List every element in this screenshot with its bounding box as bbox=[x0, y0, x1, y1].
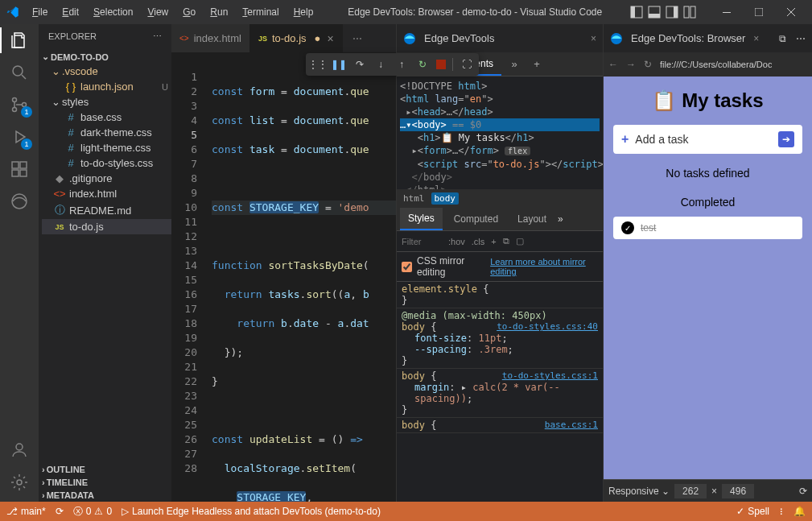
search-icon[interactable] bbox=[10, 63, 29, 82]
completed-task-item[interactable]: ✓ test bbox=[613, 217, 802, 239]
file-index-html[interactable]: <>index.html bbox=[42, 186, 171, 201]
file-todo-js[interactable]: JSto-do.js bbox=[42, 219, 171, 234]
maximize-button[interactable] bbox=[744, 1, 773, 23]
code-editor[interactable]: 1234567891011121314151617181920212223242… bbox=[171, 70, 396, 502]
debug-step-over-button[interactable]: ↷ bbox=[352, 57, 367, 72]
problems-indicator[interactable]: ⓧ 0 ⚠ 0 bbox=[73, 505, 112, 519]
forward-button[interactable]: → bbox=[626, 59, 636, 70]
tab-close-icon[interactable]: × bbox=[327, 32, 333, 45]
css-rules[interactable]: element.style {} @media (max-width: 450p… bbox=[397, 282, 603, 502]
file-launch-json[interactable]: { }launch.jsonU bbox=[42, 79, 171, 94]
submit-task-button[interactable]: ➔ bbox=[778, 131, 794, 147]
notifications-icon[interactable]: 🔔 bbox=[793, 506, 806, 517]
dom-tree[interactable]: <!DOCTYPE html> <html lang="en"> ▸<head>… bbox=[397, 76, 603, 189]
computed-tab[interactable]: Computed bbox=[446, 209, 506, 229]
file-readme[interactable]: ⓘREADME.md bbox=[42, 201, 171, 219]
height-input[interactable]: 496 bbox=[722, 484, 754, 498]
layout-icon-1[interactable] bbox=[630, 6, 643, 19]
debug-screenshot-button[interactable]: ⛶ bbox=[460, 57, 474, 72]
styles-icon-2[interactable]: ▢ bbox=[516, 236, 524, 246]
debug-step-into-button[interactable]: ↓ bbox=[373, 57, 388, 72]
timeline-section[interactable]: ›TIMELINE bbox=[39, 476, 171, 489]
layout-icon-2[interactable] bbox=[648, 6, 661, 19]
launch-config[interactable]: ▷ Launch Edge Headless and attach DevToo… bbox=[122, 506, 381, 517]
tab-todo-js[interactable]: JSto-do.js●× bbox=[250, 24, 343, 52]
outline-section[interactable]: ›OUTLINE bbox=[39, 463, 171, 476]
project-header[interactable]: ⌄DEMO-TO-DO bbox=[39, 50, 171, 64]
browser-more-icon[interactable]: ⋯ bbox=[796, 33, 806, 44]
file-dark-theme-css[interactable]: #dark-theme.css bbox=[42, 125, 171, 140]
rotate-icon[interactable]: ⟳ bbox=[799, 486, 807, 497]
spell-indicator[interactable]: ✓ Spell bbox=[736, 506, 769, 517]
reload-button[interactable]: ↻ bbox=[644, 59, 652, 70]
menu-terminal[interactable]: Terminal bbox=[236, 3, 285, 21]
new-style-button[interactable]: + bbox=[491, 237, 496, 246]
explorer-more-icon[interactable]: ⋯ bbox=[153, 31, 162, 42]
menu-edit[interactable]: Edit bbox=[56, 3, 85, 21]
responsive-dropdown[interactable]: Responsive ⌄ bbox=[608, 486, 670, 497]
menu-view[interactable]: View bbox=[141, 3, 175, 21]
file-gitignore[interactable]: ◆.gitignore bbox=[42, 171, 171, 186]
css-link-1[interactable]: to-do-styles.css:40 bbox=[497, 321, 598, 332]
back-button[interactable]: ← bbox=[608, 59, 618, 70]
settings-icon[interactable] bbox=[10, 473, 29, 492]
styles-tab[interactable]: Styles bbox=[400, 208, 443, 230]
menu-selection[interactable]: Selection bbox=[87, 3, 139, 21]
menu-help[interactable]: Help bbox=[287, 3, 320, 21]
debug-pause-button[interactable]: ❚❚ bbox=[332, 57, 346, 72]
page-preview[interactable]: 📋 My tasks + Add a task ➔ No tasks defin… bbox=[604, 76, 812, 479]
debug-toolbar[interactable]: ⋮⋮ ❚❚ ↷ ↓ ↑ ↻ ⛶ bbox=[306, 53, 479, 76]
devtools-close-icon[interactable]: × bbox=[591, 33, 596, 44]
split-icon[interactable]: ⧉ bbox=[779, 33, 786, 44]
file-light-theme-css[interactable]: #light-theme.css bbox=[42, 140, 171, 155]
devtools-tab-title: Edge DevTools bbox=[424, 32, 494, 44]
styles-more-icon[interactable]: » bbox=[558, 213, 563, 225]
css-link-2[interactable]: to-do-styles.css:1 bbox=[502, 370, 598, 381]
layout-icon-4[interactable] bbox=[683, 6, 696, 19]
file-todo-styles-css[interactable]: #to-do-styles.css bbox=[42, 155, 171, 171]
debug-step-out-button[interactable]: ↑ bbox=[394, 57, 409, 72]
account-icon[interactable] bbox=[10, 440, 29, 460]
branch-indicator[interactable]: ⎇ main* bbox=[6, 506, 46, 517]
tab-index-html[interactable]: <>index.html bbox=[171, 24, 250, 52]
cls-button[interactable]: .cls bbox=[472, 237, 485, 246]
menu-run[interactable]: Run bbox=[204, 3, 234, 21]
debug-grip-icon[interactable]: ⋮⋮ bbox=[311, 57, 325, 72]
css-mirror-checkbox[interactable] bbox=[402, 262, 412, 272]
hov-button[interactable]: :hov bbox=[448, 237, 465, 246]
check-icon[interactable]: ✓ bbox=[621, 221, 634, 234]
debug-icon[interactable]: 1 bbox=[10, 127, 29, 147]
folder-vscode[interactable]: ⌄ .vscode bbox=[42, 64, 171, 79]
sync-button[interactable]: ⟳ bbox=[56, 506, 64, 517]
edge-tools-icon[interactable] bbox=[10, 192, 29, 211]
width-input[interactable]: 262 bbox=[674, 484, 707, 498]
url-bar[interactable]: file:///C:/Users/collabera/Doc bbox=[660, 60, 772, 69]
extensions-icon[interactable] bbox=[10, 159, 29, 179]
layout-tab[interactable]: Layout bbox=[509, 209, 554, 229]
close-button[interactable] bbox=[777, 1, 806, 23]
more-tabs-icon[interactable]: » bbox=[505, 55, 524, 74]
debug-restart-button[interactable]: ↻ bbox=[415, 57, 430, 72]
bc-html[interactable]: html bbox=[403, 193, 425, 204]
bc-body[interactable]: body bbox=[431, 192, 460, 205]
explorer-icon[interactable] bbox=[10, 31, 29, 50]
add-task-input[interactable]: + Add a task ➔ bbox=[613, 125, 802, 154]
tab-overflow-icon[interactable]: ⋯ bbox=[352, 33, 362, 44]
layout-icon-3[interactable] bbox=[666, 6, 678, 19]
learn-more-link[interactable]: Learn more about mirror editing bbox=[490, 257, 598, 276]
menu-file[interactable]: File bbox=[26, 3, 54, 21]
code-content[interactable]: const form = document.que const list = d… bbox=[210, 70, 396, 502]
feedback-icon[interactable]: ⫶ bbox=[779, 506, 784, 517]
menu-go[interactable]: Go bbox=[176, 3, 202, 21]
folder-styles[interactable]: ⌄ styles bbox=[42, 94, 171, 110]
css-link-3[interactable]: base.css:1 bbox=[545, 420, 598, 430]
metadata-section[interactable]: ›METADATA bbox=[39, 489, 171, 502]
styles-filter-input[interactable] bbox=[402, 237, 442, 246]
styles-icon-1[interactable]: ⧉ bbox=[503, 236, 509, 246]
scm-icon[interactable]: 1 bbox=[10, 95, 29, 114]
browser-close-icon[interactable]: × bbox=[753, 33, 759, 44]
file-base-css[interactable]: #base.css bbox=[42, 110, 171, 125]
add-tab-icon[interactable]: + bbox=[527, 55, 546, 74]
debug-stop-button[interactable] bbox=[436, 60, 446, 69]
minimize-button[interactable] bbox=[712, 1, 741, 23]
